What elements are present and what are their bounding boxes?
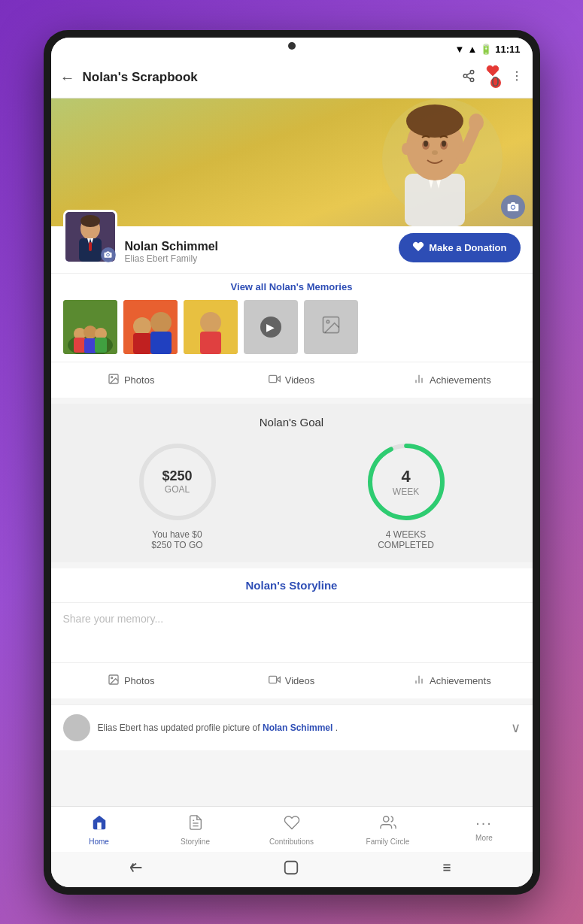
memories-section: View all Nolan's Memories (51, 273, 533, 362)
photos-tab-label: Photos (124, 374, 154, 386)
svg-point-13 (406, 105, 463, 138)
goal-text: $250 GOAL (162, 468, 192, 495)
goal-you-have: You have $0 (151, 529, 202, 540)
cover-photo-camera-button[interactable] (501, 195, 525, 219)
profile-family: Elias Ebert Family (125, 253, 218, 264)
storyline-placeholder: Share your memory... (63, 613, 164, 625)
week-number-value: 4 (393, 467, 419, 486)
notification-strip[interactable]: Elias Ebert has updated profile picture … (51, 704, 533, 750)
goal-amount-circle: $250 GOAL (136, 441, 219, 523)
nav-family-circle[interactable]: Family Circle (340, 811, 436, 849)
svg-rect-37 (84, 338, 96, 353)
svg-point-50 (111, 376, 113, 377)
svg-point-60 (111, 677, 113, 678)
storyline-tab-photos[interactable]: Photos (51, 669, 211, 692)
profile-name: Nolan Schimmel (125, 240, 218, 253)
svg-point-5 (515, 71, 517, 72)
svg-point-0 (470, 70, 474, 74)
like-count: 0 (490, 77, 501, 88)
cover-photo (51, 98, 533, 226)
share-button[interactable] (462, 69, 475, 86)
signal-icon: ▲ (467, 44, 477, 55)
week-circle: 4 WEEK (365, 441, 448, 523)
memory-thumb-1[interactable] (63, 300, 117, 354)
family-circle-nav-icon (380, 814, 396, 835)
weeks-completed-info: 4 WEEKS COMPLETED (378, 529, 434, 550)
system-back-button[interactable] (128, 859, 144, 880)
contributions-nav-label: Contributions (269, 838, 314, 846)
goal-info: You have $0 $250 TO GO (151, 529, 202, 550)
storyline-photos-icon (108, 674, 120, 688)
notification-chevron-icon: ∨ (511, 720, 521, 736)
svg-point-21 (469, 114, 484, 132)
storyline-nav-icon (187, 814, 204, 835)
more-options-button[interactable] (510, 69, 524, 86)
donate-heart-icon (412, 241, 424, 255)
svg-point-22 (511, 205, 515, 209)
avatar-camera-button[interactable] (101, 247, 116, 262)
notification-text-plain: Elias Ebert has updated profile picture … (98, 723, 263, 733)
home-nav-icon (91, 814, 108, 835)
thumb-1-image (63, 300, 117, 354)
device-frame: ▼ ▲ 🔋 11:11 ← Nolan's Scrapbook (44, 30, 540, 895)
storyline-tab-achievements[interactable]: Achievements (372, 669, 532, 692)
svg-rect-28 (89, 242, 92, 251)
svg-rect-73 (285, 861, 298, 874)
tab-photos[interactable]: Photos (51, 368, 211, 392)
nav-storyline[interactable]: Storyline (147, 811, 244, 849)
page-title: Nolan's Scrapbook (83, 70, 462, 85)
goal-title: Nolan's Goal (63, 416, 521, 429)
completed-text: COMPLETED (378, 540, 434, 550)
donate-button[interactable]: Make a Donation (399, 233, 520, 262)
back-button[interactable]: ← (60, 69, 75, 86)
svg-marker-61 (276, 677, 280, 682)
svg-line-3 (466, 77, 470, 79)
storyline-tab-videos[interactable]: Videos (211, 669, 372, 692)
goal-amount-value: $250 (162, 468, 192, 484)
memory-thumb-3[interactable] (184, 300, 238, 354)
storyline-nav-label: Storyline (181, 838, 210, 846)
screen: ▼ ▲ 🔋 11:11 ← Nolan's Scrapbook (51, 38, 533, 887)
battery-icon: 🔋 (480, 44, 492, 55)
svg-point-45 (200, 312, 221, 333)
storyline-section: Nolan's Storyline Share your memory... (51, 568, 533, 698)
storyline-input-area[interactable]: Share your memory... (51, 602, 533, 662)
svg-point-17 (442, 141, 446, 147)
memory-thumb-4[interactable]: ▶ (244, 300, 298, 354)
thumb-3-image (184, 300, 238, 354)
svg-point-16 (424, 141, 428, 147)
status-icons: ▼ ▲ 🔋 11:11 (455, 44, 521, 55)
cover-photo-background (51, 98, 533, 226)
bottom-navigation: Home Storyline (51, 806, 533, 852)
svg-rect-42 (133, 333, 151, 354)
time-display: 11:11 (495, 44, 520, 55)
nav-more[interactable]: ··· More (436, 811, 533, 849)
videos-tab-label: Videos (285, 374, 315, 386)
system-recents-button[interactable] (439, 859, 455, 880)
profile-section: Nolan Schimmel Elias Ebert Family Make a… (51, 226, 533, 273)
tab-videos[interactable]: Videos (211, 368, 372, 392)
svg-point-18 (432, 150, 438, 155)
view-all-memories-link[interactable]: View all Nolan's Memories (63, 281, 521, 292)
nav-home[interactable]: Home (51, 811, 147, 849)
cover-person-illustration (345, 98, 510, 226)
storyline-achievements-label: Achievements (430, 675, 491, 686)
family-circle-nav-label: Family Circle (366, 838, 410, 846)
top-nav-icons: 0 (462, 64, 524, 92)
video-play-icon: ▶ (260, 317, 281, 338)
nav-contributions[interactable]: Contributions (244, 811, 340, 849)
donate-button-label: Make a Donation (429, 242, 506, 253)
notification-avatar (63, 714, 90, 741)
memory-thumb-2[interactable] (123, 300, 178, 354)
goal-row: $250 GOAL You have $0 $250 TO GO (63, 441, 521, 550)
home-nav-label: Home (89, 838, 109, 846)
notification-text: Elias Ebert has updated profile picture … (98, 723, 503, 733)
goal-section: Nolan's Goal $250 GOAL (51, 404, 533, 562)
memory-thumb-5[interactable] (304, 300, 358, 354)
system-home-button[interactable] (283, 859, 299, 880)
svg-marker-51 (276, 376, 280, 381)
tab-achievements[interactable]: Achievements (372, 368, 532, 392)
contributions-nav-icon (284, 814, 300, 835)
like-button[interactable]: 0 (486, 64, 499, 92)
svg-rect-9 (405, 174, 465, 226)
